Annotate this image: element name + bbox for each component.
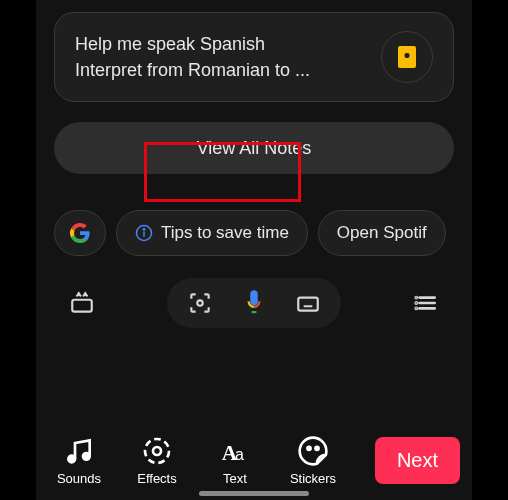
suggestion-text: Help me speak Spanish Interpret from Rom…	[75, 31, 310, 83]
live-caption-icon[interactable]	[69, 290, 95, 316]
mic-icon[interactable]	[241, 288, 267, 318]
svg-point-9	[416, 297, 417, 298]
tips-chip[interactable]: Tips to save time	[116, 210, 308, 256]
svg-point-13	[83, 453, 90, 460]
file-attachment-chip[interactable]	[381, 31, 433, 83]
next-label: Next	[397, 449, 438, 471]
sticker-icon	[297, 435, 329, 467]
tips-chip-label: Tips to save time	[161, 223, 289, 243]
svg-point-11	[416, 308, 417, 309]
text-icon: A a	[219, 435, 251, 467]
spotify-chip-label: Open Spotif	[337, 223, 427, 243]
google-chip[interactable]	[54, 210, 106, 256]
svg-rect-3	[72, 300, 92, 312]
svg-point-12	[68, 456, 75, 463]
svg-point-15	[153, 447, 161, 455]
keyboard-icon[interactable]	[295, 290, 321, 316]
suggestion-line2: Interpret from Romanian to ...	[75, 57, 310, 83]
music-icon	[63, 435, 95, 467]
stickers-button[interactable]: Stickers	[274, 435, 352, 486]
view-all-notes-button[interactable]: View All Notes	[54, 122, 454, 174]
spotify-chip[interactable]: Open Spotif	[318, 210, 446, 256]
svg-point-18	[307, 447, 310, 450]
svg-point-4	[197, 300, 202, 305]
svg-rect-5	[298, 298, 318, 311]
view-all-label: View All Notes	[197, 138, 312, 159]
text-button[interactable]: A a Text	[196, 435, 274, 486]
list-icon[interactable]	[413, 290, 439, 316]
file-icon	[398, 46, 416, 68]
next-button[interactable]: Next	[375, 437, 460, 484]
effects-icon	[141, 435, 173, 467]
lens-icon[interactable]	[187, 290, 213, 316]
svg-point-19	[315, 447, 318, 450]
info-icon	[135, 224, 153, 242]
stickers-label: Stickers	[290, 471, 336, 486]
effects-label: Effects	[137, 471, 177, 486]
svg-point-10	[416, 303, 417, 304]
svg-point-2	[143, 229, 145, 231]
assistant-toolbar	[36, 278, 472, 328]
home-indicator[interactable]	[199, 491, 309, 496]
editor-bottom-bar: Sounds Effects A a Text Stickers	[36, 435, 472, 486]
svg-text:a: a	[235, 446, 244, 463]
sounds-button[interactable]: Sounds	[40, 435, 118, 486]
input-pill	[167, 278, 341, 328]
svg-point-14	[145, 439, 169, 463]
sounds-label: Sounds	[57, 471, 101, 486]
text-label: Text	[223, 471, 247, 486]
google-g-icon	[69, 222, 91, 244]
suggestion-chips-row: Tips to save time Open Spotif	[54, 210, 472, 256]
suggestion-card[interactable]: Help me speak Spanish Interpret from Rom…	[54, 12, 454, 102]
suggestion-line1: Help me speak Spanish	[75, 31, 310, 57]
effects-button[interactable]: Effects	[118, 435, 196, 486]
